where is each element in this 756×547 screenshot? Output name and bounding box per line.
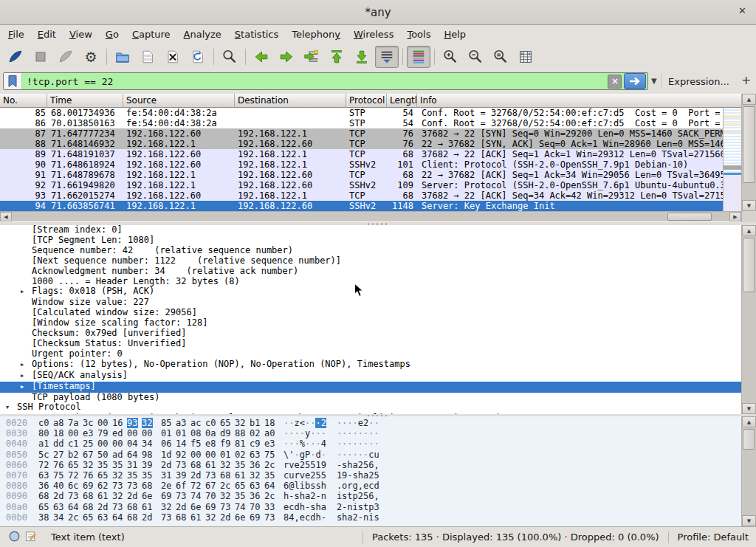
column-header-destination[interactable]: Destination bbox=[235, 94, 346, 108]
details-scrollbar[interactable]: ▲ ▼ bbox=[741, 225, 756, 414]
menu-capture[interactable]: Capture bbox=[126, 27, 177, 42]
expand-icon[interactable]: ▶ bbox=[21, 371, 32, 382]
packet-row-91[interactable]: 9171.648789678192.168.122.1192.168.122.6… bbox=[0, 170, 723, 180]
close-window-icon[interactable]: ✕ bbox=[738, 5, 746, 16]
hex-scrollbar[interactable]: ▲ ▼ bbox=[741, 416, 756, 526]
detail-calculated-window-size-29056[interactable]: [Calculated window size: 29056] bbox=[0, 308, 741, 318]
packet-row-86[interactable]: 8670.013850163fe:54:00:d4:38:2aSTP54Conf… bbox=[0, 118, 723, 128]
expression-button[interactable]: Expression... bbox=[668, 76, 729, 87]
packet-row-87[interactable]: 8771.647777234192.168.122.60192.168.122.… bbox=[0, 128, 723, 139]
scroll-down-icon[interactable]: ▼ bbox=[742, 200, 756, 211]
scrollbar-track[interactable] bbox=[742, 427, 756, 515]
display-filter-input[interactable]: !tcp.port == 22 bbox=[3, 72, 648, 90]
packet-list-hscrollbar[interactable]: ◀ ▶ bbox=[0, 211, 741, 221]
detail-seq-ack-analysis[interactable]: ▶[SEQ/ACK analysis] bbox=[0, 371, 741, 382]
scroll-left-icon[interactable]: ◀ bbox=[0, 212, 12, 221]
detail-1000-header-length-32-bytes-[interactable]: 1000 .... = Header Length: 32 bytes (8) bbox=[0, 277, 741, 287]
hex-row-0070[interactable]: 0070637572766532353531392d7368613235curv… bbox=[0, 470, 741, 481]
packet-list-scrollbar[interactable]: ▲ ▼ bbox=[741, 94, 756, 211]
toolbar-colorize-button[interactable] bbox=[407, 46, 430, 68]
detail-stream-index-0[interactable]: [Stream index: 0] bbox=[0, 225, 741, 235]
hex-row-00a0[interactable]: 00a0656364682d736861322d6e6973747033ecdh… bbox=[0, 502, 741, 512]
toolbar-stop-capture-button[interactable] bbox=[29, 46, 52, 68]
column-header-protocol[interactable]: Protocol bbox=[346, 94, 387, 108]
capture-comment-icon[interactable] bbox=[25, 531, 36, 544]
menu-file[interactable]: File bbox=[1, 27, 31, 42]
filter-history-caret-icon[interactable]: ▼ bbox=[651, 77, 657, 85]
menu-view[interactable]: View bbox=[63, 27, 99, 42]
packet-row-85[interactable]: 8568.001734936fe:54:00:d4:38:2aSTP54Conf… bbox=[0, 108, 723, 118]
hex-row-0090[interactable]: 0090682d736861322d6e697374703235362ch-sh… bbox=[0, 491, 741, 501]
expand-icon[interactable]: ▶ bbox=[21, 382, 32, 393]
bookmark-icon[interactable] bbox=[4, 73, 22, 89]
toolbar-capture-options-button[interactable]: ⚙ bbox=[79, 46, 103, 68]
toolbar-go-to-packet-button[interactable] bbox=[300, 46, 323, 68]
toolbar-save-file-button[interactable]: 01010110 bbox=[136, 46, 159, 68]
toolbar-go-back-button[interactable] bbox=[250, 46, 273, 68]
scrollbar-thumb[interactable] bbox=[743, 106, 755, 183]
packet-row-94[interactable]: 9471.663856741192.168.122.1192.168.122.6… bbox=[0, 201, 723, 211]
hex-row-0080[interactable]: 008036406c69627373682e6f72672c6563646@li… bbox=[0, 481, 741, 491]
scrollbar-track[interactable] bbox=[742, 236, 756, 403]
toolbar-go-last-button[interactable] bbox=[350, 46, 374, 68]
toolbar-open-file-button[interactable] bbox=[111, 46, 134, 68]
toolbar-go-forward-button[interactable] bbox=[275, 46, 298, 68]
menu-help[interactable]: Help bbox=[437, 27, 472, 42]
column-header-no[interactable]: No. bbox=[0, 94, 47, 108]
detail-options-12-bytes-no-operatio[interactable]: ▶Options: (12 bytes), No-Operation (NOP)… bbox=[0, 359, 741, 371]
detail-checksum-status-unverified[interactable]: [Checksum Status: Unverified] bbox=[0, 339, 741, 349]
toolbar-zoom-normal-button[interactable] bbox=[489, 46, 512, 68]
toolbar-start-capture-button[interactable] bbox=[4, 46, 27, 68]
hscrollbar-track[interactable] bbox=[12, 212, 729, 221]
packet-row-89[interactable]: 8971.648191037192.168.122.60192.168.122.… bbox=[0, 149, 723, 159]
expand-icon[interactable]: ▶ bbox=[21, 287, 32, 297]
expert-info-icon[interactable] bbox=[9, 531, 20, 544]
scrollbar-thumb[interactable] bbox=[743, 238, 755, 292]
toolbar-restart-capture-button[interactable] bbox=[54, 46, 78, 68]
clear-filter-icon[interactable] bbox=[608, 75, 622, 89]
detail-tcp-payload-1080-bytes[interactable]: TCP payload (1080 bytes) bbox=[0, 393, 741, 403]
menu-tools[interactable]: Tools bbox=[400, 27, 437, 42]
toolbar-go-first-button[interactable] bbox=[325, 46, 348, 68]
detail-checksum-0x79ed-unverified[interactable]: Checksum: 0x79ed [unverified] bbox=[0, 328, 741, 339]
menu-wireless[interactable]: Wireless bbox=[347, 27, 400, 42]
column-header-source[interactable]: Source bbox=[123, 94, 235, 108]
hex-row-00b0[interactable]: 00b038342c656364682d736861322d6e697384,e… bbox=[0, 512, 741, 523]
menu-go[interactable]: Go bbox=[99, 27, 126, 42]
menu-statistics[interactable]: Statistics bbox=[228, 27, 285, 42]
toolbar-resize-columns-button[interactable] bbox=[514, 46, 537, 68]
detail-window-size-value-227[interactable]: Window size value: 227 bbox=[0, 297, 741, 308]
hex-row-0040[interactable]: 0040a1ddc125000004340614f5e8f981c9e3···%… bbox=[0, 438, 741, 449]
hex-row-0030[interactable]: 0030801800e379ed00000101080ad98802a0····… bbox=[0, 428, 741, 438]
hex-row-0050[interactable]: 00505c27b26750ad64981d92000001026375\'·g… bbox=[0, 450, 741, 460]
toolbar-reload-file-button[interactable] bbox=[186, 46, 210, 68]
hex-row-0020[interactable]: 0020c0a87a3c0016933285a3acc06532b118··z<… bbox=[0, 418, 741, 428]
column-header-length[interactable]: Length bbox=[387, 94, 417, 108]
packet-row-90[interactable]: 9071.648618924192.168.122.60192.168.122.… bbox=[0, 159, 723, 170]
scroll-up-icon[interactable]: ▲ bbox=[742, 94, 756, 105]
apply-filter-icon[interactable] bbox=[624, 73, 646, 89]
scrollbar-thumb[interactable] bbox=[743, 429, 755, 450]
detail-window-size-scaling-factor-1[interactable]: [Window size scaling factor: 128] bbox=[0, 318, 741, 328]
hex-row-0060[interactable]: 006072766532353531392d7368613235362crve2… bbox=[0, 460, 741, 470]
detail-timestamps[interactable]: ▶[Timestamps] bbox=[0, 382, 741, 393]
toolbar-zoom-out-button[interactable] bbox=[464, 46, 487, 68]
toolbar-close-file-button[interactable] bbox=[161, 46, 185, 68]
scroll-up-icon[interactable]: ▲ bbox=[742, 225, 756, 236]
add-filter-button[interactable]: + bbox=[741, 73, 751, 87]
collapse-icon[interactable]: ▼ bbox=[6, 403, 17, 413]
detail-acknowledgment-number-34-rel[interactable]: Acknowledgment number: 34 (relative ack … bbox=[0, 266, 741, 277]
toolbar-zoom-in-button[interactable] bbox=[439, 46, 462, 68]
menu-edit[interactable]: Edit bbox=[31, 27, 63, 42]
column-header-info[interactable]: Info bbox=[417, 94, 741, 108]
toolbar-find-packet-button[interactable] bbox=[218, 46, 241, 68]
detail-next-sequence-number-1122-re[interactable]: [Next sequence number: 1122 (relative se… bbox=[0, 256, 741, 266]
hscrollbar-thumb[interactable] bbox=[667, 213, 712, 221]
menu-analyze[interactable]: Analyze bbox=[177, 27, 228, 42]
scroll-up-icon[interactable]: ▲ bbox=[742, 416, 756, 427]
detail-sequence-number-42-relative-[interactable]: Sequence number: 42 (relative sequence n… bbox=[0, 246, 741, 256]
detail-tcp-segment-len-1080[interactable]: [TCP Segment Len: 1080] bbox=[0, 235, 741, 246]
scroll-down-icon[interactable]: ▼ bbox=[742, 515, 756, 526]
filter-text[interactable]: !tcp.port == 22 bbox=[22, 76, 608, 87]
packet-row-88[interactable]: 8871.648146932192.168.122.1192.168.122.6… bbox=[0, 139, 723, 149]
